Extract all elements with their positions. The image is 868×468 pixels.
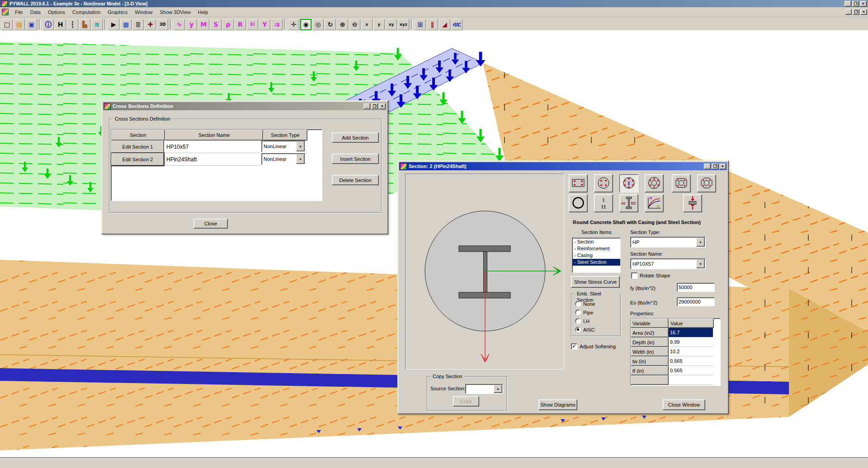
list-item-steel-section[interactable]: - Steel Section xyxy=(572,259,620,266)
toolbar-project-info-icon[interactable]: ⓘ xyxy=(42,19,54,30)
mdi-close-button[interactable]: × xyxy=(860,9,867,15)
toolbar-plot-reaction-icon[interactable]: R xyxy=(235,19,246,30)
source-section-combo[interactable]: ▼ xyxy=(465,384,503,394)
toolbar-zoom-y-icon[interactable]: y xyxy=(373,19,385,30)
toolbar-pile-data-icon[interactable]: ┇ xyxy=(67,19,78,30)
section-name-combo[interactable]: HP10X57▼ xyxy=(630,258,706,269)
toolbar-grid-window-icon[interactable]: ⊞ xyxy=(415,19,426,30)
rotate-shape-checkbox[interactable]: Rotate Shape xyxy=(631,272,670,279)
add-section-button[interactable]: Add Section xyxy=(332,132,379,143)
edit-section-1-button[interactable]: Edit Section 1 xyxy=(111,140,164,153)
menu-show-3dview[interactable]: Show 3DView xyxy=(156,9,194,16)
list-item-casing[interactable]: - Casing xyxy=(572,252,620,259)
section-2-name[interactable]: HPin24Shaft xyxy=(164,153,261,166)
round-steel-section-icon[interactable]: I xyxy=(619,174,638,192)
section-1-name[interactable]: HP10x57 xyxy=(164,140,261,153)
toolbar-pile-section-icon[interactable]: ✚ xyxy=(145,19,156,30)
toolbar-py-curves-icon[interactable]: ⋘ xyxy=(451,19,462,30)
toolbar-zoom-in-icon[interactable]: ⊕ xyxy=(337,19,348,30)
show-diagrams-button[interactable]: Show Diagrams xyxy=(538,399,577,410)
radio-pipe[interactable]: Pipe xyxy=(575,309,593,315)
radio-none[interactable]: None xyxy=(575,301,595,307)
toolbar-pan-view-icon[interactable]: ✛ xyxy=(288,19,299,30)
edit-section-2-button[interactable]: Edit Section 2 xyxy=(111,153,164,166)
radio-ih[interactable]: I,H xyxy=(575,318,590,324)
property-row-width[interactable]: Width (in)10.2 xyxy=(631,347,720,356)
dialog2-close-button[interactable]: × xyxy=(719,164,726,169)
softening-icon[interactable] xyxy=(683,194,702,212)
chevron-down-icon[interactable]: ▼ xyxy=(696,238,705,247)
insert-section-button[interactable]: Insert Section xyxy=(332,154,379,164)
section-1-type-combo[interactable]: NonLinear ▼ xyxy=(261,140,306,152)
dialog1-minimize-button[interactable]: _ xyxy=(363,103,370,109)
menu-computation[interactable]: Computation xyxy=(69,9,104,16)
mdi-restore-button[interactable]: ❐ xyxy=(853,9,859,15)
menu-window[interactable]: Window xyxy=(131,9,156,16)
menu-help[interactable]: Help xyxy=(194,9,212,16)
toolbar-run-analysis-icon[interactable]: ▶ xyxy=(108,19,119,30)
toolbar-plot-soil-pressure-icon[interactable]: ρ xyxy=(222,19,234,30)
mdi-minimize-button[interactable]: _ xyxy=(845,9,852,15)
aisc-section-icon[interactable]: AISC xyxy=(619,194,638,212)
delete-section-button[interactable]: Delete Section xyxy=(332,175,379,185)
dialog2-minimize-button[interactable]: _ xyxy=(704,164,711,169)
toolbar-view-orbit-icon[interactable]: ◉ xyxy=(300,19,311,30)
property-row-area[interactable]: Area (in2)16.7 xyxy=(631,328,720,337)
toolbar-soil-layers-icon[interactable]: ▙ xyxy=(79,19,90,30)
toolbar-plot-soil-curve-icon[interactable]: ∿ xyxy=(174,19,185,30)
dialog1-close-button[interactable]: × xyxy=(379,103,386,109)
property-row-depth[interactable]: Depth (in)9.99 xyxy=(631,337,720,347)
fy-input[interactable] xyxy=(677,283,715,292)
toolbar-new-file-icon[interactable]: □ xyxy=(1,19,13,30)
dialog1-restore-button[interactable]: ❐ xyxy=(371,103,378,109)
toolbar-slope-lines-icon[interactable]: ∥ xyxy=(427,19,438,30)
restore-button[interactable]: ❐ xyxy=(852,1,859,7)
toolbar-graphics-options-icon[interactable]: ▦ xyxy=(120,19,132,30)
toolbar-view-center-icon[interactable]: ◎ xyxy=(312,19,324,30)
toolbar-output-report-icon[interactable]: ≣ xyxy=(132,19,144,30)
toolbar-plot-deflection-icon[interactable]: y xyxy=(186,19,197,30)
chevron-down-icon[interactable]: ▼ xyxy=(296,154,305,164)
chevron-down-icon[interactable]: ▼ xyxy=(494,385,502,393)
copy-button[interactable]: Copy xyxy=(453,396,479,407)
octagon-casing-section-icon[interactable] xyxy=(697,174,716,192)
steel-shape-section-icon[interactable]: IH xyxy=(594,194,613,212)
property-row-tf[interactable]: tf (in)0.565 xyxy=(631,366,720,375)
radio-aisc[interactable]: AISC xyxy=(575,327,595,332)
section-type-combo[interactable]: HP▼ xyxy=(630,237,706,248)
menu-options[interactable]: Options xyxy=(44,9,69,16)
menu-file[interactable]: File xyxy=(11,9,27,16)
list-item-section[interactable]: - Section xyxy=(572,239,620,245)
toolbar-rotate-view-icon[interactable]: ↻ xyxy=(325,19,336,30)
toolbar-wall-pressure-icon[interactable]: ◢ xyxy=(439,19,450,30)
toolbar-zoom-x-icon[interactable]: x xyxy=(361,19,373,30)
toolbar-plot-shear-icon[interactable]: S xyxy=(210,19,222,30)
cross-sections-dialog-title-bar[interactable]: Cross Sections Definition _ ❐ × xyxy=(103,102,387,110)
close-dialog-button[interactable]: Close xyxy=(193,219,228,229)
toolbar-plot-all-icon[interactable]: ⇉ xyxy=(271,19,283,30)
section-editor-title-bar[interactable]: Section: 2 (HPin24Shaft) _ ❐ × xyxy=(399,162,727,170)
toolbar-open-file-icon[interactable]: ▤ xyxy=(14,19,25,30)
dialog2-restore-button[interactable]: ❐ xyxy=(712,164,718,169)
toolbar-3d-view-icon[interactable]: 3D xyxy=(157,19,168,30)
square-casing-section-icon[interactable] xyxy=(672,174,691,192)
round-casing-section-icon[interactable] xyxy=(645,174,664,192)
toolbar-wall-dimensions-icon[interactable]: H xyxy=(55,19,66,30)
menu-data[interactable]: Data xyxy=(27,9,44,16)
toolbar-plot-moment-icon[interactable]: M xyxy=(198,19,209,30)
property-row-tw[interactable]: tw (in)0.565 xyxy=(631,356,720,366)
round-section-icon[interactable] xyxy=(594,174,613,192)
close-window-button[interactable]: Close Window xyxy=(663,399,705,410)
toolbar-water-profile-icon[interactable]: ≋ xyxy=(91,19,103,30)
close-button[interactable]: × xyxy=(860,1,867,7)
menu-graphics[interactable]: Graphics xyxy=(104,9,131,16)
adjust-softening-checkbox[interactable]: ✓ Adjust Softening xyxy=(571,343,616,350)
minimize-button[interactable]: _ xyxy=(844,1,851,7)
toolbar-zoom-extents-icon[interactable]: xyz xyxy=(398,19,409,30)
rect-section-icon[interactable] xyxy=(569,174,588,192)
chevron-down-icon[interactable]: ▼ xyxy=(696,259,705,268)
toolbar-zoom-xy-icon[interactable]: xy xyxy=(386,19,397,30)
section-2-type-combo[interactable]: NonLinear ▼ xyxy=(261,153,306,165)
toolbar-plot-ei-icon[interactable]: EI xyxy=(247,19,258,30)
es-input[interactable] xyxy=(677,297,715,306)
